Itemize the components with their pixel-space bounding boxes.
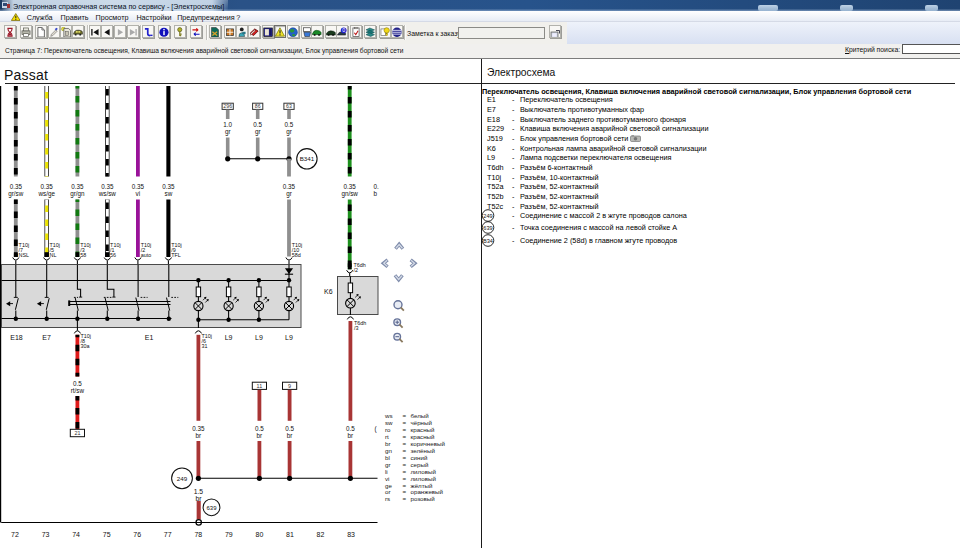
svg-text:0.5: 0.5	[285, 121, 294, 128]
svg-text:58: 58	[80, 252, 86, 258]
svg-text:0.5: 0.5	[253, 121, 262, 128]
svg-text:br: br	[348, 432, 354, 439]
svg-text:gr: gr	[255, 128, 261, 136]
svg-text:56: 56	[110, 252, 116, 258]
svg-text:0.35: 0.35	[192, 425, 205, 432]
svg-text:83: 83	[347, 531, 355, 538]
svg-text:0.35: 0.35	[283, 183, 296, 190]
svg-text:gr: gr	[225, 128, 231, 136]
svg-text:81: 81	[286, 531, 294, 538]
svg-text:75: 75	[103, 531, 111, 538]
svg-text:1.5: 1.5	[194, 488, 204, 495]
svg-text:gr/sw: gr/sw	[8, 190, 23, 198]
svg-text:rt/sw: rt/sw	[71, 387, 85, 394]
svg-text:639: 639	[483, 224, 492, 230]
svg-text:58d: 58d	[292, 252, 301, 258]
svg-text:br: br	[196, 432, 202, 439]
svg-text:1.0: 1.0	[223, 121, 232, 128]
svg-text:auto: auto	[141, 252, 152, 258]
svg-text:ws/ge: ws/ge	[37, 190, 55, 198]
svg-text:br: br	[195, 495, 202, 502]
svg-text:0.35: 0.35	[101, 183, 114, 190]
svg-text:0.35: 0.35	[41, 183, 54, 190]
svg-text:vi: vi	[136, 190, 141, 197]
svg-text:0.: 0.	[374, 183, 380, 190]
svg-text:82: 82	[317, 531, 325, 538]
svg-text:TFL: TFL	[171, 252, 181, 258]
svg-text:296: 296	[223, 103, 232, 109]
svg-text:B34: B34	[483, 238, 493, 244]
svg-text:0.35: 0.35	[71, 183, 84, 190]
svg-text:76: 76	[133, 531, 141, 538]
svg-text:gr/gn: gr/gn	[70, 190, 85, 198]
svg-text:(: (	[375, 425, 378, 433]
svg-text:0.35: 0.35	[132, 183, 145, 190]
svg-text:B341: B341	[300, 155, 315, 162]
svg-text:E18: E18	[10, 334, 23, 341]
svg-text:0.35: 0.35	[344, 183, 357, 190]
svg-text:L9: L9	[285, 334, 293, 341]
svg-text:639: 639	[206, 505, 217, 511]
svg-text:78: 78	[194, 531, 202, 538]
svg-text:ws/sw: ws/sw	[98, 190, 117, 197]
svg-text:77: 77	[164, 531, 172, 538]
svg-text:249: 249	[483, 213, 492, 219]
svg-text:0.35: 0.35	[162, 183, 175, 190]
svg-text:63: 63	[286, 103, 292, 109]
svg-text:11: 11	[257, 383, 263, 389]
svg-text:gr: gr	[286, 128, 292, 136]
svg-text:0.5: 0.5	[346, 425, 355, 432]
svg-text:K6: K6	[324, 288, 333, 295]
svg-text:249: 249	[177, 475, 188, 482]
svg-text:80: 80	[256, 531, 264, 538]
svg-text:0.5: 0.5	[255, 425, 264, 432]
svg-text:0.5: 0.5	[73, 380, 82, 387]
svg-text:NL: NL	[50, 252, 57, 258]
svg-text:21: 21	[74, 430, 80, 436]
svg-text:9: 9	[288, 383, 291, 389]
svg-text:sw: sw	[165, 190, 173, 197]
svg-text:0.5: 0.5	[285, 425, 294, 432]
svg-text:0.35: 0.35	[10, 183, 23, 190]
svg-text:/2: /2	[354, 267, 359, 273]
svg-text:b: b	[374, 190, 378, 197]
svg-text:31: 31	[202, 343, 208, 349]
svg-text:86: 86	[255, 103, 261, 109]
svg-text:gn/sw: gn/sw	[341, 190, 358, 198]
svg-text:L9: L9	[255, 334, 263, 341]
svg-text:74: 74	[72, 531, 80, 538]
svg-text:72: 72	[11, 531, 19, 538]
svg-text:br: br	[287, 432, 293, 439]
svg-text:br: br	[257, 432, 263, 439]
svg-text:E7: E7	[42, 334, 51, 341]
svg-text:gr: gr	[286, 190, 292, 198]
svg-text:L9: L9	[225, 334, 233, 341]
svg-text:NSL: NSL	[19, 252, 30, 258]
svg-text:73: 73	[42, 531, 50, 538]
svg-text:/3: /3	[354, 325, 359, 331]
svg-text:30a: 30a	[81, 343, 90, 349]
svg-text:E1: E1	[145, 334, 154, 341]
svg-text:79: 79	[225, 531, 233, 538]
